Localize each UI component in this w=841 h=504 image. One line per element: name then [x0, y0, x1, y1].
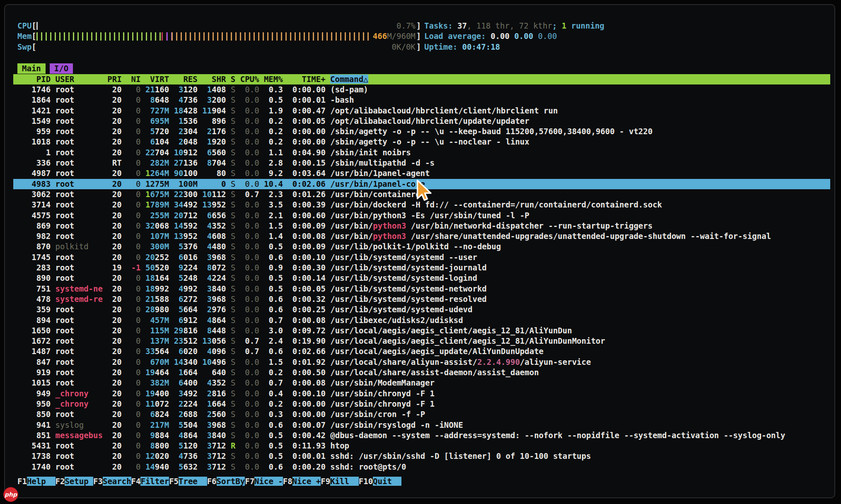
fkey-f10-quit[interactable]: F10Quit [359, 477, 401, 486]
text [326, 389, 330, 398]
process-row[interactable]: 1018 root 20 0 6104 2048 1920 S 0.0 0.2 … [13, 137, 830, 147]
col-user[interactable]: USER [56, 75, 103, 84]
process-row[interactable]: 919 root 20 0 19464 1664 640 S 0.0 0.2 0… [13, 367, 830, 378]
col-pri[interactable]: PRI [103, 75, 122, 84]
cell-pri: 20 [103, 190, 122, 199]
text [122, 305, 136, 314]
col-virt[interactable]: VIRT [140, 75, 169, 84]
fkey-f2-setup[interactable]: F2Setup [56, 477, 94, 486]
process-row[interactable]: 1740 root 20 0 14940 5632 3712 S 0.0 0.6… [13, 462, 830, 472]
process-row[interactable]: 890 root 20 0 18164 5248 4224 S 0.0 0.5 … [13, 273, 830, 283]
text: 0.5 [269, 242, 283, 251]
process-row[interactable]: 4575 root 20 0 255M 20712 6656 S 0.0 2.1… [13, 210, 830, 221]
process-row[interactable]: 1650 root 20 0 115M 29816 8448 S 0.0 3.0… [13, 326, 830, 336]
process-row[interactable]: 1421 root 20 0 727M 18428 11904 S 0.0 1.… [13, 106, 830, 116]
process-row[interactable]: 283 root 19 -1 50520 9224 8072 S 0.0 0.9… [13, 263, 830, 273]
process-row[interactable]: 959 root 20 0 5720 2304 2176 S 0.0 0.2 0… [13, 126, 830, 137]
process-row[interactable]: 478 systemd-re 20 0 21588 6272 3968 S 0.… [13, 294, 830, 304]
process-row[interactable]: 1745 root 20 0 20252 6016 3968 S 0.0 0.6… [13, 252, 830, 263]
text: 0:00.00 [292, 410, 326, 419]
fkey-f8-nice[interactable]: F8Nice + [283, 477, 321, 486]
process-row[interactable]: 851 messagebus 20 0 9884 4864 3840 S 0.0… [13, 430, 830, 441]
text [326, 106, 330, 115]
cell-cpu: 0.0 [235, 451, 259, 461]
fkey-f1-help[interactable]: F1Help [17, 477, 56, 486]
col-s[interactable]: S [226, 75, 235, 84]
text [326, 326, 330, 335]
process-row[interactable]: 5431 root 20 0 8800 5120 3712 R 0.0 0.5 … [13, 441, 830, 451]
text: /usr/sbin/cron -f -P [330, 410, 425, 419]
cell-ni: 0 [122, 451, 141, 461]
text: root [56, 451, 75, 461]
text [17, 253, 31, 262]
process-row[interactable]: 336 root RT 0 282M 27136 8704 S 0.0 2.8 … [13, 158, 830, 168]
cell-cpu: 0.0 [235, 148, 259, 157]
text [141, 451, 145, 461]
text [226, 211, 231, 220]
col-shr[interactable]: SHR [198, 75, 226, 84]
text: R [231, 441, 235, 450]
tab-io[interactable]: I/O [50, 63, 73, 74]
process-row[interactable]: 949 _chrony 20 0 19400 3492 2816 S 0.0 0… [13, 388, 830, 399]
text [226, 326, 231, 335]
text [198, 357, 202, 367]
text: htop [330, 441, 349, 450]
process-row[interactable]: 1487 root 20 0 33564 6020 4096 S 0.7 0.6… [13, 346, 830, 357]
text: 1 [179, 368, 183, 377]
text: 1 [145, 200, 150, 209]
process-row[interactable]: 1672 root 20 0 137M 23512 13056 S 0.7 2.… [13, 336, 830, 346]
process-row[interactable]: 870 polkitd 20 0 300M 5376 4480 S 0.0 0.… [13, 241, 830, 252]
cell-time: 0:04.90 [283, 148, 326, 157]
cell-pri: 20 [103, 242, 122, 251]
process-row[interactable]: 1015 root 20 0 382M 6400 4352 S 0.0 0.7 … [13, 378, 830, 388]
process-row[interactable]: 359 root 20 0 28980 5664 2976 S 0.0 0.6 … [13, 304, 830, 315]
col-cmd[interactable]: Command△ [330, 75, 368, 84]
col-res[interactable]: RES [169, 75, 198, 84]
tab-main[interactable]: Main [17, 63, 46, 74]
cell-shr: 640 [198, 368, 226, 377]
fkey-f3-search[interactable]: F3Search [93, 477, 131, 486]
col-pid[interactable]: PID [17, 75, 51, 84]
cell-mem: 0.2 [259, 137, 283, 146]
col-mem[interactable]: MEM% [259, 75, 283, 84]
process-row[interactable]: 982 root 20 0 107M 13952 4608 S 0.0 1.4 … [13, 231, 830, 241]
process-row[interactable]: 847 root 20 0 670M 14340 10496 S 0.0 1.5… [13, 357, 830, 367]
process-row[interactable]: 850 root 20 0 6824 2688 2560 S 0.0 0.3 0… [13, 409, 830, 420]
col-ni[interactable]: NI [122, 75, 141, 84]
meter-bar-segment [167, 32, 172, 40]
process-row[interactable]: 1 root 20 0 22704 10912 6560 S 0.0 1.1 0… [13, 147, 830, 158]
fkey-f6-sortby[interactable]: F6SortBy [207, 477, 245, 486]
text [259, 410, 269, 419]
text [169, 389, 179, 398]
text [74, 347, 103, 356]
cell-shr: 3712 [198, 451, 226, 461]
col-cpu[interactable]: CPU% [235, 75, 259, 84]
text [103, 441, 112, 450]
process-row[interactable]: 1549 root 20 0 695M 1536 896 S 0.0 0.2 0… [13, 116, 830, 126]
text [259, 347, 269, 356]
fkey-action-label: Nice - [254, 477, 283, 486]
process-row[interactable]: 751 systemd-ne 20 0 18992 4992 3840 S 0.… [13, 284, 830, 294]
process-row[interactable]: 894 root 20 0 457M 6912 4864 S 0.0 0.7 0… [13, 315, 830, 326]
text: 6 [207, 211, 212, 220]
process-row[interactable]: 941 syslog 20 0 217M 5504 3968 S 0.0 0.6… [13, 420, 830, 430]
process-row[interactable]: 1738 root 20 0 12020 4736 3712 S 0.0 0.5… [13, 451, 830, 461]
col-time[interactable]: TIME+ [283, 75, 326, 84]
text: /usr/share/unattended-upgrades/unattende… [406, 232, 771, 241]
text [226, 137, 231, 146]
cell-s: S [226, 158, 236, 167]
fkey-f7-nice[interactable]: F7Nice - [245, 477, 283, 486]
text [141, 368, 145, 377]
process-row[interactable]: 1746 root 20 0 21160 3120 1408 S 0.0 0.3… [13, 84, 830, 95]
fkey-f9-kill[interactable]: F9Kill [321, 477, 359, 486]
process-row[interactable]: 4987 root 20 0 1264M 90100 80 S 0.0 9.2 … [13, 168, 830, 178]
cell-virt: 9884 [141, 431, 169, 440]
process-row[interactable]: 950 _chrony 20 0 11072 2224 1664 S 0.0 0… [13, 399, 830, 409]
cell-time: 0:00.00 [283, 137, 326, 146]
text: 0.3 [269, 85, 283, 94]
process-row[interactable]: 1864 root 20 0 8648 4736 3200 S 0.0 0.5 … [13, 95, 830, 105]
text [122, 221, 136, 230]
fkey-f5-tree[interactable]: F5Tree [169, 477, 207, 486]
fkey-f4-filter[interactable]: F4Filter [131, 477, 169, 486]
process-row[interactable]: 869 root 20 0 32068 14592 4352 S 0.0 1.5… [13, 221, 830, 231]
